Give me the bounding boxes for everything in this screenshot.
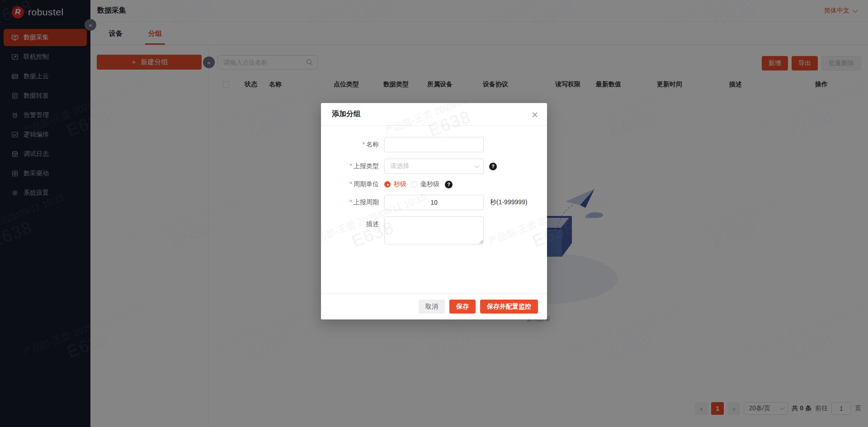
chevron-down-icon xyxy=(474,163,479,168)
report-type-help-icon[interactable]: ? xyxy=(489,163,497,170)
modal-footer: 取消 保存 保存并配置监控 xyxy=(321,293,547,319)
period-unit-radio-group: 秒级 毫秒级 ? xyxy=(384,180,484,188)
description-textarea[interactable] xyxy=(384,216,484,244)
close-icon[interactable]: × xyxy=(530,108,540,122)
modal-header: 添加分组 xyxy=(321,103,547,126)
report-type-select[interactable]: 请选择 xyxy=(384,159,484,174)
cancel-button[interactable]: 取消 xyxy=(419,300,445,314)
report-period-label: *上报周期 xyxy=(321,198,384,206)
radio-icon xyxy=(384,181,391,188)
name-field[interactable] xyxy=(384,137,484,152)
add-group-modal: 添加分组 × *名称 *上报类型 请选择 ? *周期单位 xyxy=(321,103,547,319)
radio-icon xyxy=(411,181,417,188)
report-type-label: *上报类型 xyxy=(321,162,384,170)
modal-body: *名称 *上报类型 请选择 ? *周期单位 秒级 xyxy=(321,126,547,244)
period-unit-label: *周期单位 xyxy=(321,180,384,188)
period-unit-help-icon[interactable]: ? xyxy=(445,181,453,188)
name-field-label: *名称 xyxy=(321,141,384,149)
radio-millisecond-level[interactable]: 毫秒级 xyxy=(411,180,439,188)
radio-second-level[interactable]: 秒级 xyxy=(384,180,406,188)
report-period-unit-hint: 秒(1-999999) xyxy=(490,198,528,206)
report-period-input[interactable] xyxy=(384,195,484,210)
save-and-monitor-button[interactable]: 保存并配置监控 xyxy=(480,300,538,314)
save-button[interactable]: 保存 xyxy=(449,300,476,314)
app-root: R robustel 数据采集联机控制数据上云数据转发告警管理逻辑编排调试日志数… xyxy=(0,0,868,427)
description-label: 描述 xyxy=(321,216,384,228)
modal-title: 添加分组 xyxy=(332,109,361,119)
